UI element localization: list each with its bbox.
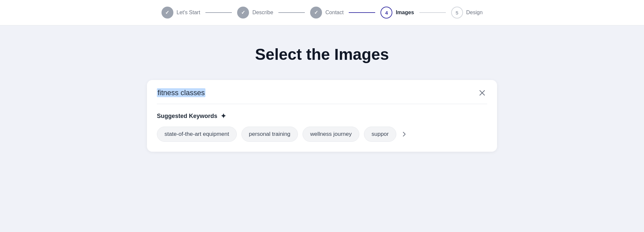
search-input-row: fitness classes [157,88,487,104]
search-input-display: fitness classes [157,89,477,97]
keyword-chip-3[interactable]: suppor [364,127,396,142]
step-label-describe: Describe [252,10,273,16]
step-contact: ✓ Contact [310,7,343,19]
keyword-chip-0[interactable]: state-of-the-art equipment [157,127,237,142]
keyword-chip-2[interactable]: wellness journey [303,127,359,142]
step-label-contact: Contact [325,10,343,16]
suggested-section: Suggested Keywords ✦ state-of-the-art eq… [157,112,487,142]
step-circle-design: 5 [451,7,463,19]
step-number-design: 5 [455,10,458,16]
main-content: Select the Images fitness classes Sugges… [0,25,644,165]
search-input-highlighted: fitness classes [157,88,205,97]
step-design: 5 Design [451,7,483,19]
step-connector-3 [349,12,375,13]
check-icon-contact: ✓ [314,10,318,16]
suggested-label: Suggested Keywords [157,113,217,120]
check-icon-describe: ✓ [241,10,245,16]
sparkle-icon: ✦ [221,112,226,120]
chevron-right-icon [401,131,408,137]
close-icon [479,89,486,97]
step-label-images: Images [396,10,414,16]
check-icon-lets-start: ✓ [165,10,169,16]
step-circle-contact: ✓ [310,7,322,19]
keyword-chip-1[interactable]: personal training [241,127,298,142]
step-circle-images: 4 [380,7,392,19]
step-describe: ✓ Describe [237,7,273,19]
search-box: fitness classes Suggested Keywords ✦ sta… [147,80,497,152]
step-circle-describe: ✓ [237,7,249,19]
step-lets-start: ✓ Let's Start [161,7,200,19]
step-connector-2 [278,12,305,13]
keywords-row: state-of-the-art equipment personal trai… [157,127,487,142]
scroll-right-button[interactable] [401,131,408,137]
step-label-design: Design [466,10,483,16]
stepper: ✓ Let's Start ✓ Describe ✓ Contact 4 [161,7,483,19]
step-connector-4 [419,12,446,13]
page-title: Select the Images [255,45,389,63]
step-images: 4 Images [380,7,414,19]
header: ✓ Let's Start ✓ Describe ✓ Contact 4 [0,0,644,25]
step-label-lets-start: Let's Start [177,10,200,16]
step-circle-lets-start: ✓ [161,7,173,19]
step-connector-1 [205,12,232,13]
step-number-images: 4 [385,10,388,16]
clear-button[interactable] [477,88,487,98]
suggested-header: Suggested Keywords ✦ [157,112,487,120]
